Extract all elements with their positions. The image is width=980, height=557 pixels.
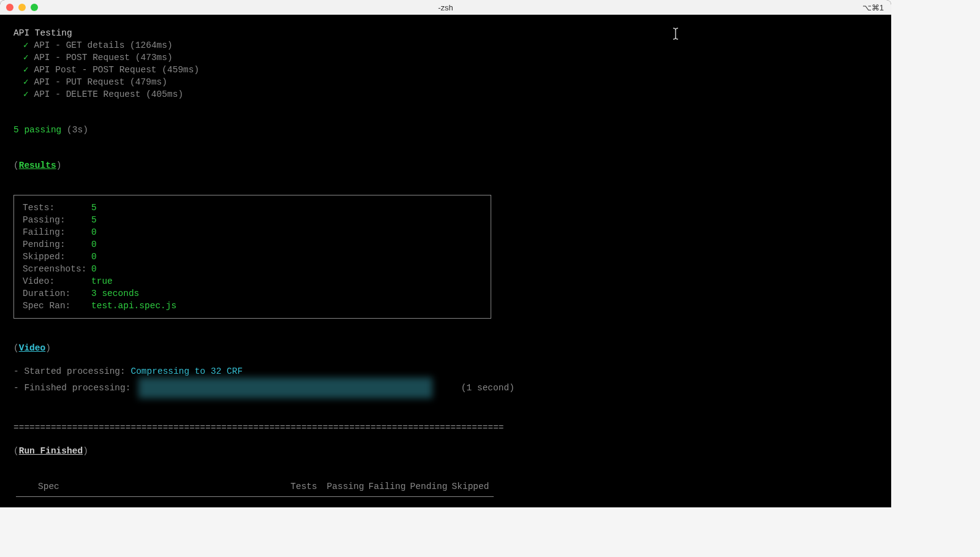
passing-time: (3s) <box>67 125 88 135</box>
close-button[interactable] <box>6 4 13 11</box>
result-label: Duration: <box>23 287 91 300</box>
result-row: Failing:0 <box>23 226 482 238</box>
maximize-button[interactable] <box>31 4 38 11</box>
test-name: API - PUT Request <box>34 77 124 87</box>
result-label: Video: <box>23 275 91 287</box>
th-tests: Tests <box>283 480 325 493</box>
test-time: (459ms) <box>162 65 199 75</box>
redacted-path <box>138 377 432 398</box>
results-label: Results <box>19 161 56 170</box>
minimize-button[interactable] <box>18 4 26 11</box>
run-finished-table-header: Spec Tests Passing Failing Pending Skipp… <box>13 480 878 493</box>
check-icon: ✓ <box>23 53 29 63</box>
result-row: Duration:3 seconds <box>23 287 482 300</box>
check-icon: ✓ <box>23 40 29 50</box>
result-value: 0 <box>91 226 97 238</box>
results-box: Tests:5Passing:5Failing:0Pending:0Skippe… <box>13 195 491 319</box>
result-label: Passing: <box>23 214 91 226</box>
check-icon: ✓ <box>23 65 29 75</box>
test-line: ✓ API - GET details (1264ms) <box>13 39 878 51</box>
result-row: Pending:0 <box>23 238 482 251</box>
test-line: ✓ API Post - POST Request (459ms) <box>13 64 878 76</box>
result-value: 0 <box>91 238 97 251</box>
traffic-lights <box>0 4 38 11</box>
test-name: API - POST Request <box>34 53 130 63</box>
th-skipped: Skipped <box>450 480 491 493</box>
suite-title: API Testing <box>13 27 878 39</box>
result-value: true <box>91 275 113 287</box>
terminal-window: -zsh ⌥⌘1 API Testing ✓ API - GET details… <box>0 0 891 507</box>
result-label: Pending: <box>23 238 91 251</box>
video-finished-duration: (1 second) <box>461 383 514 393</box>
tests-list: ✓ API - GET details (1264ms)✓ API - POST… <box>13 39 878 100</box>
th-spec: Spec <box>38 480 283 493</box>
video-header: (Video) <box>13 342 878 354</box>
result-label: Tests: <box>23 202 91 214</box>
test-line: ✓ API - DELETE Request (405ms) <box>13 88 878 100</box>
test-time: (473ms) <box>135 53 173 63</box>
video-started-label: Started processing: <box>24 366 125 376</box>
result-value: 5 <box>91 214 97 226</box>
test-time: (479ms) <box>130 77 167 87</box>
video-started-value: Compressing to 32 CRF <box>130 366 243 376</box>
result-row: Screenshots:0 <box>23 263 482 275</box>
window-title: -zsh <box>438 3 453 12</box>
divider: ========================================… <box>13 422 503 434</box>
result-value: 3 seconds <box>91 287 139 300</box>
test-time: (405ms) <box>146 89 183 99</box>
result-label: Skipped: <box>23 251 91 263</box>
check-icon: ✓ <box>23 77 29 87</box>
result-row: Passing:5 <box>23 214 482 226</box>
run-finished-table-border <box>16 496 494 497</box>
passing-count: 5 passing <box>13 125 61 135</box>
terminal-content[interactable]: API Testing ✓ API - GET details (1264ms)… <box>0 15 891 507</box>
result-value: 0 <box>91 263 97 275</box>
result-value: test.api.spec.js <box>91 300 176 312</box>
test-time: (1264ms) <box>130 40 173 50</box>
result-row: Video:true <box>23 275 482 287</box>
th-pending: Pending <box>408 480 450 493</box>
test-name: API - GET details <box>34 40 124 50</box>
run-finished-label: Run Finished <box>19 446 83 456</box>
result-row: Tests:5 <box>23 202 482 214</box>
passing-summary: 5 passing (3s) <box>13 124 878 136</box>
run-finished-header: (Run Finished) <box>13 445 878 457</box>
result-label: Failing: <box>23 226 91 238</box>
test-name: API Post - POST Request <box>34 65 156 75</box>
results-header: (Results) <box>13 159 878 172</box>
th-failing: Failing <box>366 480 408 493</box>
result-label: Screenshots: <box>23 263 91 275</box>
test-line: ✓ API - POST Request (473ms) <box>13 51 878 64</box>
result-value: 5 <box>91 202 97 214</box>
result-label: Spec Ran: <box>23 300 91 312</box>
test-line: ✓ API - PUT Request (479ms) <box>13 76 878 88</box>
window-shortcut: ⌥⌘1 <box>862 3 884 12</box>
video-label: Video <box>19 343 46 353</box>
th-passing: Passing <box>325 480 366 493</box>
test-name: API - DELETE Request <box>34 89 140 99</box>
video-finished-label: Finished processing: <box>24 383 130 393</box>
result-value: 0 <box>91 251 97 263</box>
video-finished-line: - Finished processing: (1 second) <box>13 377 878 398</box>
text-cursor-icon <box>671 27 680 44</box>
titlebar[interactable]: -zsh ⌥⌘1 <box>0 0 891 15</box>
check-icon: ✓ <box>23 89 29 99</box>
result-row: Skipped:0 <box>23 251 482 263</box>
result-row: Spec Ran:test.api.spec.js <box>23 300 482 312</box>
video-started-line: - Started processing: Compressing to 32 … <box>13 365 878 377</box>
